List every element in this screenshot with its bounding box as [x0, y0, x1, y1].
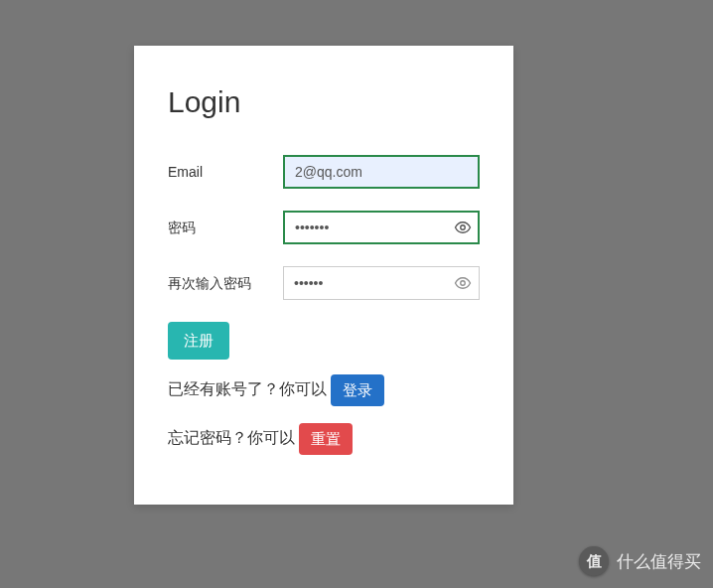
- confirm-password-input-wrapper: [283, 266, 480, 300]
- watermark: 值 什么值得买: [579, 546, 701, 576]
- register-button[interactable]: 注册: [168, 322, 229, 360]
- email-input-wrapper: [283, 155, 480, 189]
- email-input[interactable]: [283, 155, 480, 189]
- login-card: Login Email 密码 再次输入密码: [134, 46, 513, 505]
- confirm-password-input[interactable]: [283, 266, 480, 300]
- password-input-wrapper: [283, 211, 480, 244]
- reset-button[interactable]: 重置: [299, 423, 353, 455]
- card-title: Login: [168, 85, 480, 119]
- password-row: 密码: [168, 211, 480, 244]
- eye-icon[interactable]: [454, 274, 472, 292]
- actions-section: 注册 已经有账号了？你可以 登录 忘记密码？你可以 重置: [168, 322, 480, 455]
- email-row: Email: [168, 155, 480, 189]
- login-prompt-text: 已经有账号了？你可以: [168, 380, 331, 397]
- watermark-badge: 值: [579, 546, 609, 576]
- confirm-password-label: 再次输入密码: [168, 266, 283, 294]
- password-input[interactable]: [283, 211, 480, 244]
- watermark-text: 什么值得买: [617, 550, 701, 573]
- email-label: Email: [168, 155, 283, 183]
- login-prompt-line: 已经有账号了？你可以 登录: [168, 373, 480, 406]
- svg-point-0: [461, 225, 466, 230]
- reset-prompt-text: 忘记密码？你可以: [168, 429, 299, 446]
- eye-icon[interactable]: [454, 219, 472, 236]
- confirm-password-row: 再次输入密码: [168, 266, 480, 300]
- reset-prompt-line: 忘记密码？你可以 重置: [168, 422, 480, 455]
- password-label: 密码: [168, 211, 283, 238]
- svg-point-1: [461, 281, 466, 286]
- login-button[interactable]: 登录: [331, 374, 384, 406]
